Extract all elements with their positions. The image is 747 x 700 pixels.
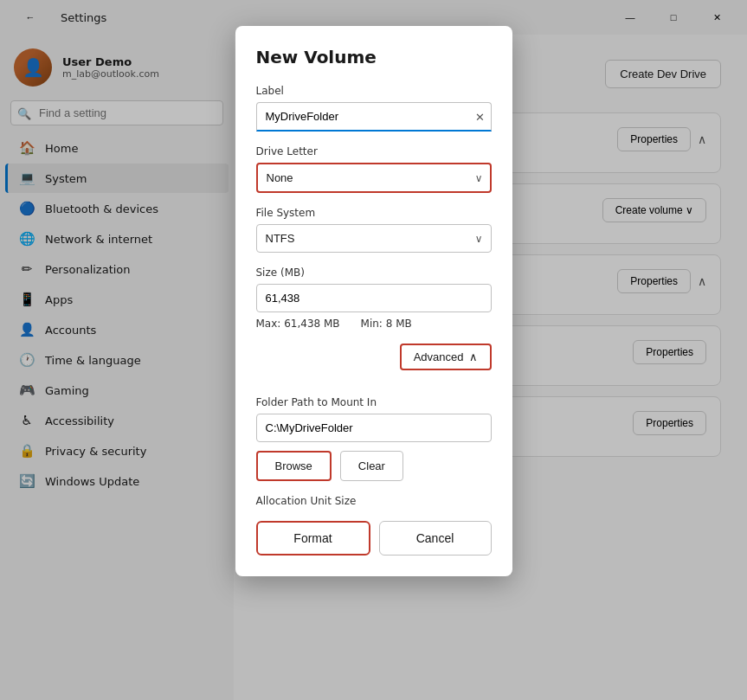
advanced-button[interactable]: Advanced ∧ <box>400 344 492 370</box>
max-size: Max: 61,438 MB <box>256 318 340 330</box>
label-clear-button[interactable]: ✕ <box>475 111 485 124</box>
clear-button[interactable]: Clear <box>340 451 403 481</box>
file-system-label: File System <box>256 207 492 219</box>
format-button[interactable]: Format <box>256 521 370 556</box>
advanced-label: Advanced <box>414 350 464 363</box>
size-input-wrapper <box>256 284 492 312</box>
cancel-button[interactable]: Cancel <box>379 521 492 556</box>
folder-path-input[interactable] <box>256 414 492 442</box>
modal-overlay: New Volume Label ✕ Drive Letter None C: … <box>0 0 747 700</box>
browse-button[interactable]: Browse <box>256 451 332 481</box>
dialog-footer: Format Cancel <box>256 521 492 556</box>
label-field-label: Label <box>256 85 492 97</box>
advanced-chevron-icon: ∧ <box>469 350 478 363</box>
file-system-wrapper: NTFS FAT32 exFAT ReFS ∨ <box>256 224 492 253</box>
min-size: Min: 8 MB <box>361 318 412 330</box>
new-volume-dialog: New Volume Label ✕ Drive Letter None C: … <box>235 26 512 576</box>
browse-clear-row: Browse Clear <box>256 451 492 481</box>
dialog-title: New Volume <box>256 47 492 67</box>
file-system-select[interactable]: NTFS FAT32 exFAT ReFS <box>256 224 492 253</box>
label-input-wrapper: ✕ <box>256 102 492 132</box>
size-meta: Max: 61,438 MB Min: 8 MB <box>256 318 492 330</box>
drive-letter-wrapper: None C: D: E: ∨ <box>256 163 492 193</box>
drive-letter-select[interactable]: None C: D: E: <box>256 163 492 193</box>
alloc-unit-label: Allocation Unit Size <box>256 495 492 507</box>
size-field-label: Size (MB) <box>256 267 492 279</box>
drive-letter-label: Drive Letter <box>256 145 492 157</box>
size-input[interactable] <box>256 284 492 312</box>
folder-path-label: Folder Path to Mount In <box>256 396 492 408</box>
label-input[interactable] <box>256 102 492 132</box>
